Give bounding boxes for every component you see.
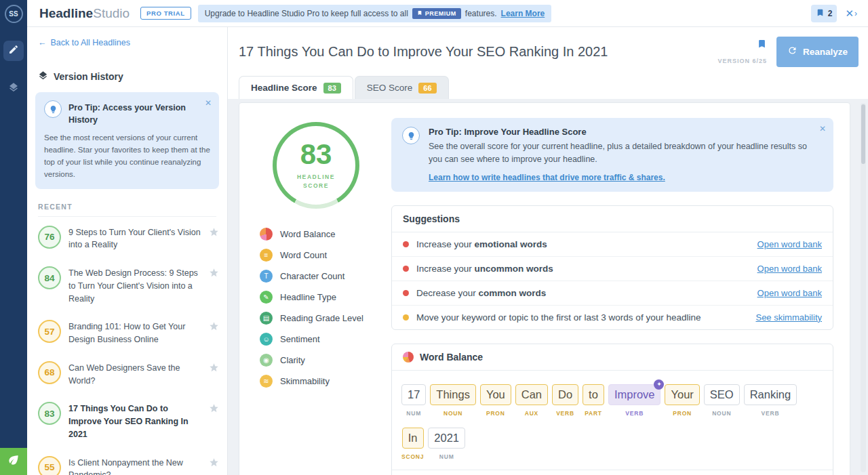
back-to-all-headlines-link[interactable]: ← Back to All Headlines — [27, 27, 227, 47]
word-token: Do VERB — [552, 384, 578, 417]
version-score-badge: 57 — [38, 320, 61, 343]
word-tokens-row: 17 NUM Things NOUN You PRON Can — [392, 371, 833, 470]
headline-header: 17 Things You Can Do to Improve Your SEO… — [228, 27, 868, 76]
open-word-bank-link[interactable]: Open word bank — [757, 264, 822, 274]
metric-sentiment[interactable]: ☺ Sentiment — [256, 333, 376, 346]
word-token: 17 NUM — [401, 384, 426, 417]
saved-headlines-button[interactable]: 2 — [811, 5, 837, 22]
version-title: Is Client Nonpayment the New Pandemic? — [68, 456, 201, 475]
refresh-icon — [787, 45, 797, 58]
bookmark-icon[interactable] — [757, 39, 767, 51]
header-meta: VERSION 6/25 — [717, 39, 767, 64]
logo-headline: Headline — [39, 6, 93, 21]
severity-dot-red — [403, 241, 409, 247]
star-icon[interactable] — [209, 266, 219, 281]
version-score-badge: 68 — [38, 361, 61, 384]
version-item[interactable]: 68 Can Web Designers Save the World? — [27, 352, 227, 394]
word-balance-header: Word Balance — [392, 344, 833, 371]
metric-word-balance[interactable]: Word Balance — [256, 228, 376, 241]
power-word-icon: ✦ — [654, 379, 664, 390]
app-logo: Headline Studio — [39, 6, 130, 21]
headline-score-panel: 83 HEADLINE SCORE Word Balance ≡ Word Co… — [239, 102, 850, 475]
word-token: Can AUX — [515, 384, 548, 417]
version-title: The Web Design Process: 9 Steps to Turn … — [68, 266, 201, 305]
user-avatar[interactable]: SS — [5, 5, 23, 23]
tab-headline-score[interactable]: Headline Score 83 — [239, 76, 353, 99]
word-token: Your PRON — [665, 384, 699, 417]
app-rail: SS — [0, 0, 27, 475]
protip-learn-link[interactable]: Learn how to write headlines that drive … — [429, 173, 665, 182]
version-history-sidebar: ← Back to All Headlines Version History … — [27, 27, 228, 475]
score-tabs: Headline Score 83 SEO Score 66 — [228, 76, 868, 99]
version-title: Branding 101: How to Get Your Design Bus… — [68, 320, 201, 346]
pro-trial-badge: PRO TRIAL — [140, 7, 191, 20]
version-item[interactable]: 57 Branding 101: How to Get Your Design … — [27, 311, 227, 352]
version-score-badge: 55 — [38, 456, 61, 475]
star-icon[interactable] — [209, 226, 219, 240]
close-icon[interactable]: ✕ — [819, 124, 826, 133]
version-history-title: Version History — [27, 47, 227, 91]
lightbulb-icon — [44, 100, 62, 118]
star-icon[interactable] — [209, 320, 219, 334]
recent-label: RECENT — [38, 203, 216, 217]
headline-score-ring: 83 HEADLINE SCORE — [273, 122, 359, 209]
lightbulb-icon — [402, 127, 420, 144]
score-detail-column: Pro Tip: Improve Your Headline Score See… — [391, 118, 833, 475]
star-icon[interactable] — [209, 456, 219, 470]
version-title: 17 Things You Can Do to Improve Your SEO… — [68, 402, 201, 440]
premium-badge: PREMIUM — [412, 8, 461, 19]
scrollbar-thumb[interactable] — [861, 104, 865, 164]
upgrade-banner: Upgrade to Headline Studio Pro to keep f… — [198, 5, 552, 22]
severity-dot-red — [403, 266, 409, 272]
metric-skimmability[interactable]: ≋ Skimmability — [256, 375, 376, 388]
metric-headline-type[interactable]: ✎ Headline Type — [256, 291, 376, 304]
score-content: 83 HEADLINE SCORE Word Balance ≡ Word Co… — [228, 99, 868, 475]
metric-word-count[interactable]: ≡ Word Count — [256, 249, 376, 262]
close-icon: ✕ — [845, 7, 854, 20]
word-token: 2021 NUM — [428, 428, 465, 460]
severity-dot-yellow — [403, 314, 409, 321]
tab-seo-score[interactable]: SEO Score 66 — [355, 76, 449, 99]
word-token-power: Improve ✦ VERB — [608, 384, 661, 417]
headline-score-protip: Pro Tip: Improve Your Headline Score See… — [391, 118, 833, 192]
layers-icon — [38, 70, 48, 83]
reanalyze-button[interactable]: Reanalyze — [776, 37, 859, 67]
word-count-icon: ≡ — [260, 249, 273, 262]
open-word-bank-link[interactable]: Open word bank — [757, 288, 822, 298]
suggestion-row: Move your keyword or topic to the first … — [392, 306, 833, 329]
word-token: SEO NOUN — [704, 384, 740, 417]
see-skimmability-link[interactable]: See skimmability — [755, 312, 822, 323]
version-counter: VERSION 6/25 — [717, 58, 767, 64]
seo-score-badge: 66 — [418, 83, 436, 94]
upgrade-suffix: features. — [465, 9, 497, 18]
open-word-bank-link[interactable]: Open word bank — [757, 239, 822, 249]
protip-body: See the overall score for your current h… — [429, 140, 823, 166]
metric-character-count[interactable]: T Character Count — [256, 270, 376, 283]
suggestions-card: Suggestions Increase your emotional word… — [391, 205, 833, 330]
close-icon[interactable]: ✕ — [205, 98, 212, 108]
compose-tool-button[interactable] — [3, 41, 24, 61]
metric-reading-grade-level[interactable]: ▤ Reading Grade Level — [256, 312, 376, 325]
star-icon[interactable] — [209, 402, 219, 416]
versions-tool-button[interactable] — [3, 79, 24, 99]
word-balance-icon — [403, 352, 414, 363]
metric-clarity[interactable]: ◉ Clarity — [256, 354, 376, 367]
star-icon[interactable] — [209, 361, 219, 375]
word-token: to PART — [583, 384, 604, 417]
eco-upgrade-button[interactable] — [0, 448, 27, 475]
headline-title: 17 Things You Can Do to Improve Your SEO… — [239, 44, 717, 60]
learn-more-link[interactable]: Learn More — [501, 9, 545, 18]
version-item[interactable]: 76 9 Steps to Turn Your Client's Vision … — [27, 217, 227, 258]
topbar-actions: 2 ✕ › — [811, 5, 860, 22]
layers-icon — [8, 82, 19, 96]
clarity-icon: ◉ — [260, 354, 273, 367]
back-arrow-icon: ← — [38, 38, 47, 47]
version-item[interactable]: 84 The Web Design Process: 9 Steps to Tu… — [27, 257, 227, 311]
version-item-current[interactable]: 83 17 Things You Can Do to Improve Your … — [27, 393, 227, 447]
collapse-panel-button[interactable]: ✕ › — [845, 7, 857, 20]
reading-grade-icon: ▤ — [260, 312, 273, 325]
character-count-icon: T — [260, 270, 273, 283]
metrics-list: Word Balance ≡ Word Count T Character Co… — [256, 228, 376, 388]
scrollbar[interactable] — [861, 103, 866, 472]
version-item[interactable]: 55 Is Client Nonpayment the New Pandemic… — [27, 447, 227, 475]
